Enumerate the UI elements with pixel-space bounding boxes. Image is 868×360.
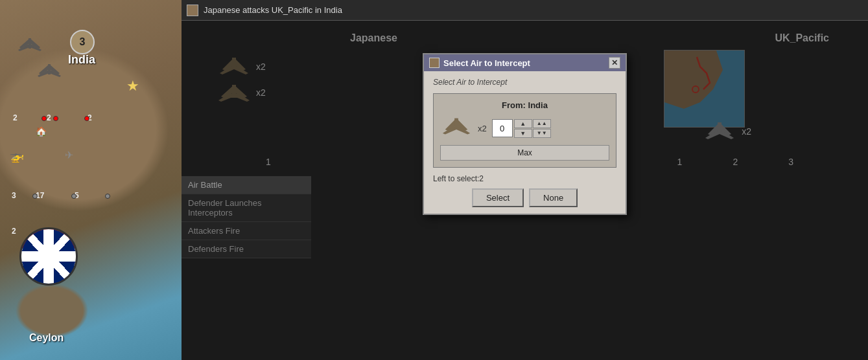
max-button[interactable]: Max [440, 145, 609, 161]
select-air-dialog: Select Air to Intercept ✕ Select Air to … [423, 53, 627, 215]
title-bar: Japanese attacks UK_Pacific in India [182, 0, 868, 21]
map-num-7: 2 [12, 227, 16, 236]
arrow-buttons-group: ▲ ▲▲ ▼ ▼▼ [514, 119, 551, 138]
territory-number: 3 [70, 30, 95, 54]
uk-flag-circle [19, 227, 78, 286]
svg-rect-2 [29, 38, 31, 49]
map-unit-1: 🚁 [10, 149, 24, 163]
decrement-button[interactable]: ▼ [514, 129, 532, 138]
map-area: 3 India ★ 🚁 ✈ 3 17 5 2 2 2 2 [0, 0, 182, 360]
dialog-titlebar: Select Air to Intercept ✕ [424, 54, 626, 71]
grey-dot-1 [32, 194, 38, 199]
red-dot-1 [41, 116, 47, 121]
india-label: India [68, 53, 95, 67]
dialog-title-text: Select Air to Intercept [443, 58, 530, 68]
modal-overlay: Select Air to Intercept ✕ Select Air to … [182, 21, 868, 360]
dialog-subtitle: Select Air to Intercept [433, 78, 616, 87]
dialog-close-button[interactable]: ✕ [609, 57, 620, 69]
quantity-display: 0 [492, 119, 513, 137]
red-dot-2 [53, 116, 58, 121]
max-increment-button[interactable]: ▲▲ [533, 119, 551, 128]
grey-dot-2 [71, 194, 76, 199]
map-num-4: 2 [13, 113, 18, 122]
svg-rect-5 [48, 64, 51, 74]
map-unit-2: ✈ [65, 149, 73, 161]
map-plane-1 [13, 36, 47, 57]
dialog-icon [429, 58, 440, 68]
left-to-select: Left to select:2 [433, 174, 616, 183]
increment-button[interactable]: ▲ [514, 119, 532, 128]
dialog-actions: Select None [433, 188, 616, 207]
map-num-5: 2 [47, 113, 51, 122]
dialog-title-left: Select Air to Intercept [429, 58, 530, 68]
red-dot-3 [84, 116, 89, 121]
svg-rect-21 [454, 118, 458, 129]
title-icon [187, 5, 198, 16]
dialog-inner-box: From: India x2 [433, 93, 616, 168]
map-structure: 🏠 [36, 126, 47, 137]
min-decrement-button[interactable]: ▼▼ [533, 129, 551, 138]
number-input-area: 0 ▲ ▲▲ ▼ ▼▼ [492, 119, 551, 138]
star-icon: ★ [126, 78, 139, 95]
uk-flag [21, 227, 76, 286]
selector-plane-icon [440, 117, 473, 140]
dialog-body: Select Air to Intercept From: India [424, 71, 626, 214]
map-plane-2 [32, 62, 66, 83]
map-num-1: 3 [12, 191, 16, 200]
unit-selector-row: x2 0 ▲ ▲▲ ▼ ▼▼ [440, 117, 609, 140]
game-area: Japanese UK_Pacific x2 [182, 21, 868, 360]
select-button[interactable]: Select [472, 188, 524, 207]
ceylon-label: Ceylon [29, 332, 64, 344]
title-text: Japanese attacks UK_Pacific in India [204, 5, 342, 15]
selector-unit-count: x2 [478, 124, 487, 133]
from-label: From: India [440, 100, 609, 110]
none-button[interactable]: None [529, 188, 578, 207]
grey-dot-3 [105, 194, 110, 199]
